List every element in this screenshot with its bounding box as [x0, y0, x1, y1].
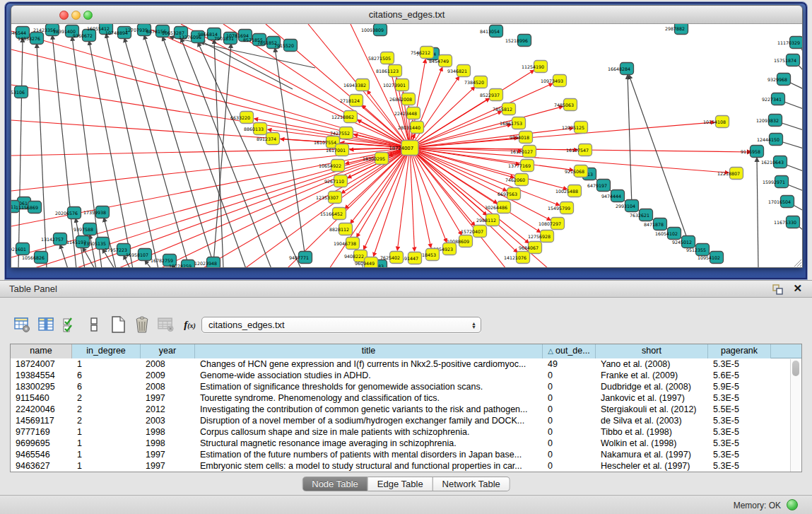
- resize-grip-icon[interactable]: [792, 257, 802, 267]
- clear-column-selection-button[interactable]: [85, 316, 102, 334]
- graph-node[interactable]: 16648284: [608, 63, 634, 75]
- tab-edge-table[interactable]: Edge Table: [368, 477, 433, 491]
- graph-node[interactable]: 7855812: [493, 103, 516, 115]
- graph-node[interactable]: 9115958: [741, 146, 764, 158]
- graph-node[interactable]: 10273901: [383, 79, 409, 91]
- graph-node[interactable]: 20553106: [11, 86, 28, 98]
- graph-node[interactable]: 17359938: [83, 206, 110, 218]
- graph-node[interactable]: 10654922: [319, 160, 345, 172]
- graph-node[interactable]: 15495799: [548, 202, 574, 214]
- graph-node[interactable]: 9267110: [324, 175, 348, 187]
- graph-node[interactable]: 10973493: [541, 75, 567, 87]
- table-row[interactable]: 1938455462009Genome-wide association stu…: [11, 370, 801, 381]
- column-header-pagerank[interactable]: pagerank: [708, 344, 771, 358]
- table-row[interactable]: 977716911998Corpus callosum shape and si…: [11, 426, 801, 438]
- graph-node[interactable]: 58271505: [368, 52, 394, 64]
- table-row[interactable]: 2242004622012Investigating the contribut…: [11, 404, 801, 415]
- graph-node[interactable]: 16107547: [566, 144, 592, 156]
- table-row[interactable]: 911546021997Tourette syndrome. Phenomeno…: [11, 392, 801, 404]
- graph-node[interactable]: 9227341: [762, 93, 785, 105]
- graph-node[interactable]: 16210643: [761, 156, 787, 168]
- graph-node[interactable]: 2718124: [340, 95, 363, 107]
- graph-node[interactable]: 12975125: [562, 122, 588, 134]
- column-header-name[interactable]: name: [11, 344, 72, 358]
- tab-network-table[interactable]: Network Table: [433, 477, 510, 491]
- graph-node[interactable]: 9329968: [767, 74, 791, 86]
- graph-node[interactable]: 7384520: [464, 76, 488, 88]
- window-titlebar[interactable]: citations_edges.txt: [11, 6, 802, 24]
- graph-node[interactable]: 10093809: [361, 24, 387, 36]
- table-options-button[interactable]: [13, 316, 30, 334]
- delete-table-button[interactable]: [157, 316, 175, 334]
- graph-node[interactable]: 12756928: [528, 230, 554, 243]
- graph-node[interactable]: 8413054: [480, 25, 503, 37]
- graph-node[interactable]: 15166452: [320, 208, 346, 220]
- table-row[interactable]: 969969511998Structural magnetic resonanc…: [11, 438, 801, 449]
- function-builder-button[interactable]: f(x): [181, 316, 199, 334]
- scrollbar-thumb[interactable]: [792, 361, 799, 376]
- float-panel-icon[interactable]: [772, 284, 784, 296]
- tab-node-table[interactable]: Node Table: [302, 477, 368, 491]
- graph-node[interactable]: 15992971: [763, 176, 789, 188]
- graph-node[interactable]: 6479197: [587, 180, 611, 192]
- graph-node[interactable]: 2987882: [665, 24, 688, 35]
- column-header-year[interactable]: year: [141, 344, 195, 358]
- graph-node[interactable]: 9216068: [565, 165, 588, 177]
- close-panel-icon[interactable]: ✕: [793, 282, 802, 295]
- graph-node[interactable]: 10807297: [539, 218, 565, 230]
- graph-node[interactable]: 10154108: [703, 116, 729, 128]
- graph-node[interactable]: 16943382: [343, 79, 370, 91]
- graph-node[interactable]: 16120127: [510, 146, 536, 158]
- graph-node[interactable]: 9487771: [289, 252, 312, 264]
- network-graph[interactable]: 9846544148382762142335618391400936067216…: [11, 24, 803, 268]
- graph-node[interactable]: 26862008: [389, 93, 416, 105]
- table-row[interactable]: 1456911722003Disruption of a novel membe…: [11, 415, 801, 426]
- table-selector-dropdown[interactable]: citations_edges.txt ▲▼: [201, 317, 481, 333]
- graph-node[interactable]: 11675330: [774, 216, 800, 228]
- graph-node[interactable]: 8522937: [480, 89, 503, 101]
- graph-node[interactable]: 15751874: [774, 54, 800, 66]
- graph-node[interactable]: 12218862: [331, 111, 358, 123]
- table-row[interactable]: 946362711997Embryonic stem cells: a mode…: [11, 460, 801, 472]
- new-column-button[interactable]: [109, 316, 126, 334]
- select-all-columns-button[interactable]: [61, 316, 78, 334]
- graph-node[interactable]: 15218996: [505, 35, 531, 47]
- graph-node-label: 12093832: [756, 118, 779, 123]
- graph-node[interactable]: 7485063: [554, 99, 577, 111]
- graph-node[interactable]: 19046738: [334, 238, 360, 250]
- table-row[interactable]: 1872400712008Changes of HCN gene express…: [11, 358, 801, 370]
- graph-node[interactable]: 18300295: [363, 153, 389, 165]
- graph-node[interactable]: 22423448: [394, 107, 420, 119]
- column-header-short[interactable]: short: [596, 344, 708, 358]
- graph-node[interactable]: 30264486: [485, 201, 511, 214]
- graph-node[interactable]: 12218807: [717, 168, 743, 180]
- graph-node[interactable]: 13777169: [508, 160, 534, 172]
- column-header-title[interactable]: title: [195, 344, 543, 358]
- graph-node[interactable]: 12023948: [194, 257, 220, 269]
- vertical-scrollbar[interactable]: [790, 359, 801, 472]
- table-row[interactable]: 1830029562008Estimation of significance …: [11, 381, 801, 392]
- graph-node[interactable]: 6697563: [498, 188, 521, 200]
- graph-node[interactable]: 8828112: [329, 223, 353, 235]
- column-header-in_degree[interactable]: in_degree: [72, 344, 141, 358]
- graph-node[interactable]: 9921601: [11, 243, 30, 255]
- column-header-out_de[interactable]: △out_de...: [543, 344, 596, 358]
- network-window[interactable]: citations_edges.txt 98465441483827621423…: [11, 5, 803, 268]
- graph-canvas[interactable]: 9846544148382762142335618391400936067216…: [11, 24, 803, 268]
- table-row[interactable]: 946554611997Estimation of the future num…: [11, 449, 801, 460]
- graph-node[interactable]: 14121076: [504, 252, 530, 264]
- graph-node[interactable]: 8860133: [244, 123, 267, 135]
- graph-node[interactable]: 12093832: [756, 115, 782, 127]
- graph-node[interactable]: 9594018: [510, 132, 533, 144]
- graph-node[interactable]: 17016504: [768, 196, 794, 208]
- graph-node[interactable]: 16861753: [500, 117, 526, 129]
- graph-node[interactable]: 12353307: [316, 192, 342, 204]
- graph-node[interactable]: 7462060: [505, 174, 529, 186]
- graph-node[interactable]: 81861123: [376, 65, 402, 77]
- show-columns-button[interactable]: [37, 316, 54, 334]
- graph-node[interactable]: 7546212: [411, 47, 434, 59]
- delete-columns-button[interactable]: [133, 316, 151, 334]
- graph-node[interactable]: 12444150: [757, 134, 783, 146]
- graph-node[interactable]: 11254190: [522, 61, 548, 73]
- graph-node[interactable]: 11170329: [777, 37, 803, 49]
